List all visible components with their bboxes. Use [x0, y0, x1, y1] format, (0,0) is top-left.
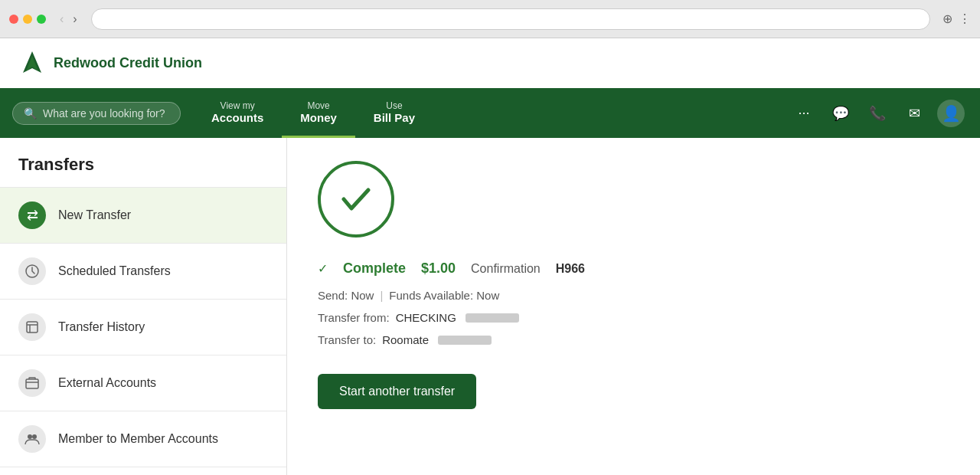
more-button[interactable]: ···: [787, 97, 821, 130]
content-area: ✓ Complete $1.00 Confirmation H966 Send:…: [287, 138, 980, 475]
traffic-lights: [9, 15, 46, 24]
sidebar-item-send-money[interactable]: Send Money (RCUpay): [0, 467, 286, 475]
search-box[interactable]: 🔍 What are you looking for?: [12, 102, 181, 125]
phone-icon: 📞: [869, 105, 886, 122]
transfer-to-label: Transfer to:: [318, 333, 376, 346]
svg-point-5: [28, 434, 32, 439]
start-another-transfer-button[interactable]: Start another transfer: [318, 374, 476, 409]
transfer-to-account: Roomate: [382, 333, 429, 346]
svg-rect-3: [27, 322, 38, 332]
sidebar-title: Transfers: [0, 138, 286, 187]
main-content: Transfers ⇄ New Transfer Scheduled Trans…: [0, 138, 980, 475]
separator: |: [380, 289, 383, 302]
minimize-button[interactable]: [23, 15, 32, 24]
sidebar: Transfers ⇄ New Transfer Scheduled Trans…: [0, 138, 287, 475]
logo-text: Redwood Credit Union: [54, 55, 202, 71]
user-avatar: 👤: [937, 100, 965, 127]
forward-button[interactable]: ›: [70, 9, 80, 29]
nav-item-move-money-bottom: Money: [300, 111, 337, 124]
chat-button[interactable]: 💬: [824, 97, 858, 130]
status-complete-label: Complete: [343, 260, 406, 277]
transfer-from-line: Transfer from: CHECKING: [318, 311, 949, 324]
browser-menu-icon[interactable]: ⋮: [959, 11, 971, 26]
transfer-to-line: Transfer to: Roomate: [318, 333, 949, 346]
nav-item-view-accounts-bottom: Accounts: [211, 111, 263, 124]
more-icon: ···: [798, 105, 809, 121]
transfer-from-account: CHECKING: [396, 311, 456, 324]
sidebar-item-scheduled-transfers-label: Scheduled Transfers: [58, 264, 171, 278]
status-amount: $1.00: [421, 260, 456, 277]
browser-search-icon[interactable]: ⊕: [942, 11, 952, 26]
transfer-from-label: Transfer from:: [318, 311, 390, 324]
status-checkmark: ✓: [318, 261, 328, 276]
search-placeholder: What are you looking for?: [43, 107, 165, 120]
user-button[interactable]: 👤: [934, 97, 968, 130]
mail-button[interactable]: ✉: [897, 97, 931, 130]
member-to-member-icon: [18, 425, 46, 453]
svg-rect-4: [26, 379, 38, 388]
nav-icons: ··· 💬 📞 ✉ 👤: [787, 97, 968, 130]
sidebar-item-new-transfer-label: New Transfer: [58, 208, 131, 222]
sidebar-item-transfer-history[interactable]: Transfer History: [0, 299, 286, 355]
maximize-button[interactable]: [37, 15, 46, 24]
sidebar-item-external-accounts[interactable]: External Accounts: [0, 355, 286, 411]
scheduled-transfers-icon: [18, 257, 46, 285]
phone-button[interactable]: 📞: [861, 97, 894, 130]
external-accounts-icon: [18, 369, 46, 397]
sidebar-item-transfer-history-label: Transfer History: [58, 320, 145, 334]
mail-icon: ✉: [909, 105, 920, 122]
confirmation-label: Confirmation: [471, 262, 541, 276]
checkmark-icon: [335, 178, 377, 221]
svg-point-6: [32, 434, 37, 439]
url-bar[interactable]: [91, 8, 930, 30]
transfer-history-icon: [18, 313, 46, 341]
nav-bar: 🔍 What are you looking for? View my Acco…: [0, 88, 980, 138]
nav-item-move-money[interactable]: Move Money: [282, 88, 355, 138]
account-number-redacted: [466, 313, 519, 323]
nav-item-move-money-top: Move: [307, 100, 329, 111]
nav-item-bill-pay-top: Use: [386, 100, 402, 111]
user-icon: 👤: [942, 104, 961, 123]
sidebar-item-scheduled-transfers[interactable]: Scheduled Transfers: [0, 243, 286, 299]
sidebar-item-new-transfer[interactable]: ⇄ New Transfer: [0, 187, 286, 243]
sidebar-item-external-accounts-label: External Accounts: [58, 376, 156, 390]
nav-items: View my Accounts Move Money Use Bill Pay: [193, 88, 433, 138]
logo-area: Redwood Credit Union: [18, 50, 202, 77]
chat-icon: 💬: [832, 105, 849, 122]
success-circle: [318, 161, 394, 238]
close-button[interactable]: [9, 15, 18, 24]
nav-item-view-accounts[interactable]: View my Accounts: [193, 88, 282, 138]
destination-account-redacted: [438, 336, 492, 345]
back-button[interactable]: ‹: [57, 9, 67, 29]
confirmation-code: H966: [556, 262, 585, 276]
status-line: ✓ Complete $1.00 Confirmation H966: [318, 260, 949, 277]
funds-label: Funds Available: Now: [389, 289, 499, 302]
browser-nav-buttons: ‹ ›: [57, 9, 80, 29]
browser-toolbar-icons: ⊕ ⋮: [942, 11, 971, 26]
browser-chrome: ‹ › ⊕ ⋮: [0, 0, 980, 38]
nav-item-view-accounts-top: View my: [220, 100, 255, 111]
sidebar-item-member-to-member-label: Member to Member Accounts: [58, 432, 218, 446]
app: Redwood Credit Union 🔍 What are you look…: [0, 38, 980, 475]
send-funds-line: Send: Now | Funds Available: Now: [318, 289, 949, 302]
header: Redwood Credit Union: [0, 38, 980, 88]
logo-icon: [18, 50, 46, 77]
new-transfer-icon: ⇄: [18, 201, 46, 229]
search-icon: 🔍: [24, 107, 37, 120]
sidebar-item-member-to-member[interactable]: Member to Member Accounts: [0, 411, 286, 467]
send-label: Send: Now: [318, 289, 374, 302]
nav-item-bill-pay[interactable]: Use Bill Pay: [355, 88, 433, 138]
nav-item-bill-pay-bottom: Bill Pay: [374, 111, 415, 124]
